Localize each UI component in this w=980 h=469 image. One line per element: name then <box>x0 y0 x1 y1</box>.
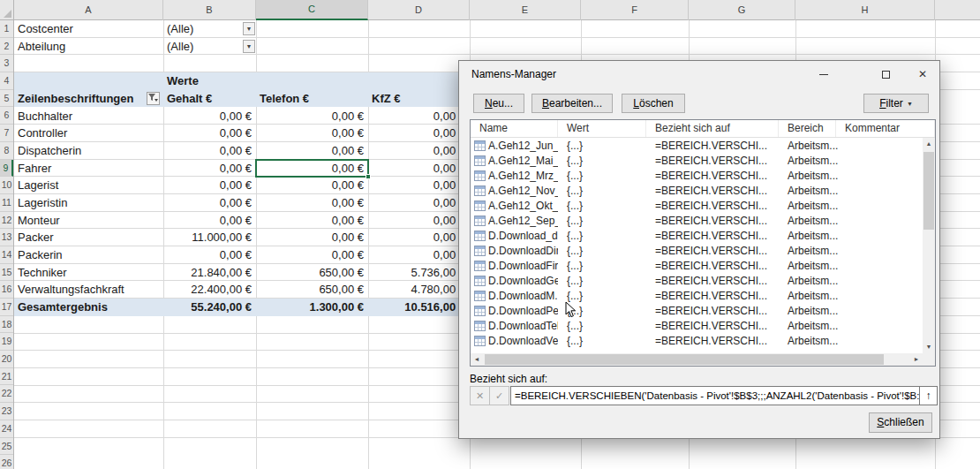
edit-button[interactable]: Bearbeiten... <box>531 94 613 113</box>
cell-row-label[interactable]: Buchhalter <box>14 108 163 125</box>
scope-cell[interactable]: Arbeitsm... <box>779 335 836 347</box>
cell-total-gehalt[interactable]: 55.240,00 € <box>163 299 256 316</box>
row-header[interactable]: 17 <box>0 299 13 316</box>
cell-row-label[interactable]: Fahrer <box>14 160 163 178</box>
cell-gehalt-value[interactable]: 0,00 € <box>163 246 256 264</box>
column-header-g[interactable]: G <box>689 0 795 20</box>
horizontal-scrollbar[interactable]: ◄ ► <box>471 353 923 366</box>
row-header[interactable]: 6 <box>0 107 13 125</box>
cell-kfz-value[interactable]: 0,00 € <box>368 142 470 160</box>
cancel-formula-button[interactable]: ✕ <box>470 386 490 405</box>
cell-total-telefon[interactable]: 1.300,00 € <box>256 299 368 316</box>
refers-to-cell[interactable]: =BEREICH.VERSCHI... <box>646 140 779 152</box>
pivot-row[interactable]: Lageristin 0,00 € 0,00 € 0,00 € <box>14 194 470 212</box>
select-all-corner[interactable] <box>0 0 14 20</box>
refers-to-cell[interactable]: =BEREICH.VERSCHI... <box>646 320 779 332</box>
scope-cell[interactable]: Arbeitsm... <box>779 305 836 317</box>
schliessen-button[interactable]: Schließen <box>869 412 932 433</box>
row-header[interactable]: 18 <box>0 316 13 334</box>
delete-button[interactable]: Löschen <box>622 94 685 113</box>
value-cell[interactable]: {...} <box>558 155 646 167</box>
refers-to-input[interactable]: =BEREICH.VERSCHIEBEN('Datenbasis - Pivot… <box>510 386 920 405</box>
name-cell[interactable]: D.DownloadGe... <box>471 275 558 287</box>
cell-telefon-value[interactable]: 0,00 € <box>256 246 368 264</box>
name-row[interactable]: D.DownloadPer... {...} =BEREICH.VERSCHI.… <box>471 303 923 318</box>
cell-gehalt-value[interactable]: 0,00 € <box>163 108 256 125</box>
column-header-b[interactable]: B <box>163 0 256 20</box>
refers-to-cell[interactable]: =BEREICH.VERSCHI... <box>646 155 779 167</box>
pivot-row[interactable]: Fahrer 0,00 € 0,00 € 0,00 € <box>14 160 470 178</box>
name-cell[interactable]: A.Geh12_Sep_d... <box>471 215 558 227</box>
cell-kfz-value[interactable]: 0,00 € <box>368 212 470 230</box>
row-header[interactable]: 14 <box>0 246 13 264</box>
cell-a1-costcenter[interactable]: Costcenter <box>18 20 73 38</box>
value-cell[interactable]: {...} <box>558 185 646 197</box>
new-button[interactable]: Neu... <box>473 94 524 113</box>
value-cell[interactable]: {...} <box>558 260 646 272</box>
col-header-refers[interactable]: Bezieht sich auf <box>646 120 779 137</box>
scroll-right-icon[interactable]: ► <box>910 353 923 366</box>
name-row[interactable]: D.DownloadGe... {...} =BEREICH.VERSCHI..… <box>471 273 923 288</box>
cell-kfz-value[interactable]: 5.736,00 € <box>368 264 470 282</box>
value-cell[interactable]: {...} <box>558 275 646 287</box>
horizontal-scroll-thumb[interactable] <box>485 354 884 365</box>
name-cell[interactable]: D.DownloadTel... <box>471 320 558 332</box>
cell-telefon-value[interactable]: 0,00 € <box>256 194 368 212</box>
value-cell[interactable]: {...} <box>558 305 646 317</box>
cell-b4-werte[interactable]: Werte <box>167 72 199 90</box>
name-cell[interactable]: A.Geh12_Mai_d... <box>471 155 558 167</box>
name-cell[interactable]: D.DownloadVer... <box>471 335 558 347</box>
row-header[interactable]: 9 <box>0 160 13 178</box>
cell-a2-abteilung[interactable]: Abteilung <box>18 38 65 56</box>
cell-b5-gehalt[interactable]: Gehalt € <box>167 90 212 108</box>
name-cell[interactable]: D.DownloadPer... <box>471 305 558 317</box>
row-header[interactable]: 13 <box>0 229 13 246</box>
refers-to-cell[interactable]: =BEREICH.VERSCHI... <box>646 260 779 272</box>
row-header[interactable]: 23 <box>0 403 13 420</box>
value-cell[interactable]: {...} <box>558 335 646 347</box>
scope-cell[interactable]: Arbeitsm... <box>779 200 836 212</box>
cell-b2-filter-value[interactable]: (Alle) <box>167 38 193 56</box>
cell-total-kfz[interactable]: 10.516,00 € <box>368 299 470 316</box>
cell-kfz-value[interactable]: 0,00 € <box>368 194 470 212</box>
value-cell[interactable]: {...} <box>558 215 646 227</box>
row-header[interactable]: 2 <box>0 38 13 56</box>
refers-to-cell[interactable]: =BEREICH.VERSCHI... <box>646 335 779 347</box>
value-cell[interactable]: {...} <box>558 170 646 182</box>
scope-cell[interactable]: Arbeitsm... <box>779 140 836 152</box>
scope-cell[interactable]: Arbeitsm... <box>779 170 836 182</box>
scroll-down-icon[interactable]: ▼ <box>923 341 935 353</box>
scope-cell[interactable]: Arbeitsm... <box>779 260 836 272</box>
cell-kfz-value[interactable]: 0,00 € <box>368 229 470 246</box>
cell-row-label[interactable]: Monteur <box>14 212 163 230</box>
cell-telefon-value[interactable]: 0,00 € <box>256 229 368 246</box>
value-cell[interactable]: {...} <box>558 245 646 257</box>
collapse-dialog-button[interactable]: ↑ <box>919 386 938 405</box>
cell-row-label[interactable]: Lagerist <box>14 177 163 194</box>
vertical-scrollbar[interactable]: ▲ ▼ <box>923 138 935 353</box>
name-row[interactable]: A.Geh12_Sep_d... {...} =BEREICH.VERSCHI.… <box>471 213 923 228</box>
cell-telefon-value[interactable]: 650,00 € <box>256 264 368 282</box>
costcenter-filter-dropdown[interactable]: ▼ <box>243 22 255 35</box>
row-header[interactable]: 21 <box>0 368 13 386</box>
cell-gehalt-value[interactable]: 11.000,00 € <box>163 229 256 246</box>
scope-cell[interactable]: Arbeitsm... <box>779 185 836 197</box>
pivot-row[interactable]: Verwaltungsfachkraft 22.400,00 € 650,00 … <box>14 281 470 299</box>
cell-gehalt-value[interactable]: 0,00 € <box>163 177 256 194</box>
row-header[interactable]: 22 <box>0 385 13 403</box>
value-cell[interactable]: {...} <box>558 200 646 212</box>
row-header[interactable]: 26 <box>0 455 13 469</box>
pivot-row[interactable]: Packer 11.000,00 € 0,00 € 0,00 € <box>14 229 470 246</box>
row-header[interactable]: 10 <box>0 177 13 194</box>
cell-kfz-value[interactable]: 0,00 € <box>368 160 470 178</box>
row-header[interactable]: 7 <box>0 125 13 142</box>
cell-row-label[interactable]: Verwaltungsfachkraft <box>14 281 163 299</box>
cell-c5-telefon[interactable]: Telefon € <box>260 90 309 108</box>
close-button[interactable]: ✕ <box>911 66 934 82</box>
row-header[interactable]: 4 <box>0 72 13 90</box>
scope-cell[interactable]: Arbeitsm... <box>779 230 836 242</box>
column-header-d[interactable]: D <box>368 0 470 20</box>
name-row[interactable]: D.DownloadM... {...} =BEREICH.VERSCHI...… <box>471 288 923 303</box>
refers-to-cell[interactable]: =BEREICH.VERSCHI... <box>646 290 779 302</box>
name-cell[interactable]: D.DownloadFir... <box>471 260 558 272</box>
